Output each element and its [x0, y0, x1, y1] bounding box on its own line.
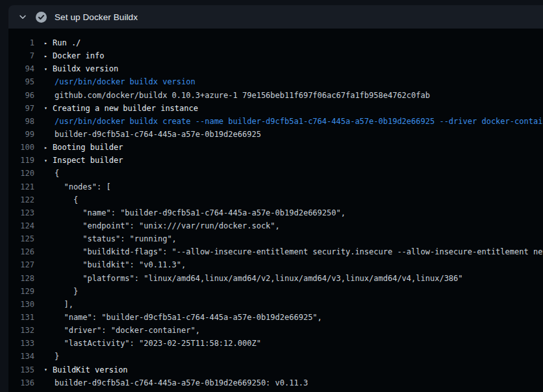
log-line: 99 builder-d9cfb5a1-c764-445a-a57e-0b19d… [8, 128, 543, 141]
log-line: 95 /usr/bin/docker buildx version [8, 75, 543, 88]
log-line: 129 } [8, 285, 543, 298]
log-line[interactable]: 100 ▸ Booting builder [8, 141, 543, 154]
line-number[interactable]: 125 [8, 234, 34, 243]
log-line: 132 "driver": "docker-container", [8, 324, 543, 337]
log-line[interactable]: 135 ▾ BuildKit version [8, 363, 543, 376]
line-text: "buildkit": "v0.11.3", [55, 260, 186, 269]
log-line: 125 "status": "running", [8, 232, 543, 245]
line-text: "name": "builder-d9cfb5a1-c764-445a-a57e… [55, 208, 346, 217]
line-text: /usr/bin/docker buildx create --name bui… [55, 117, 543, 126]
log-line: 127 "buildkit": "v0.11.3", [8, 258, 543, 271]
line-number[interactable]: 132 [8, 326, 34, 335]
line-number[interactable]: 100 [8, 143, 34, 152]
line-text: builder-d9cfb5a1-c764-445a-a57e-0b19d2e6… [55, 378, 308, 387]
line-number[interactable]: 127 [8, 260, 34, 269]
line-number[interactable]: 99 [8, 130, 34, 139]
line-number[interactable]: 130 [8, 300, 34, 309]
log-line: 130 ], [8, 298, 543, 311]
log-line: 121 "nodes": [ [8, 180, 543, 193]
group-toggle-icon: ▸ [44, 145, 53, 151]
chevron-down-icon[interactable] [18, 12, 27, 21]
group-toggle-icon: ▸ [44, 53, 53, 59]
group-toggle-icon: ▸ [44, 40, 53, 46]
line-text: } [55, 352, 59, 361]
line-text: github.com/docker/buildx 0.10.3+azure-1 … [55, 91, 430, 100]
log-line: 136 builder-d9cfb5a1-c764-445a-a57e-0b19… [8, 376, 543, 389]
log-line: 120 { [8, 167, 543, 180]
log-line: 126 "buildkitd-flags": "--allow-insecure… [8, 245, 543, 258]
line-number[interactable]: 7 [8, 51, 34, 60]
check-circle-icon [36, 12, 47, 23]
line-text: { [55, 195, 78, 204]
line-number[interactable]: 97 [8, 104, 34, 113]
line-text: "platforms": "linux/amd64,linux/amd64/v2… [55, 274, 463, 283]
line-text: builder-d9cfb5a1-c764-445a-a57e-0b19d2e6… [55, 130, 261, 139]
line-text: Creating a new builder instance [53, 104, 198, 113]
line-text: "buildkitd-flags": "--allow-insecure-ent… [55, 247, 543, 256]
line-text: Docker info [53, 51, 104, 60]
log-line: 133 "lastActivity": "2023-02-25T11:58:12… [8, 337, 543, 350]
line-number[interactable]: 135 [8, 365, 34, 374]
step-log-panel: Set up Docker Buildx 1 ▸ Run ./ 7 ▸ Dock… [8, 5, 543, 392]
line-number[interactable]: 120 [8, 169, 34, 178]
line-number[interactable]: 133 [8, 339, 34, 348]
line-number[interactable]: 119 [8, 156, 34, 165]
step-header[interactable]: Set up Docker Buildx [8, 5, 543, 29]
line-number[interactable]: 96 [8, 91, 34, 100]
line-number[interactable]: 136 [8, 378, 34, 387]
log-line[interactable]: 1 ▸ Run ./ [8, 36, 543, 49]
log-line: 98 /usr/bin/docker buildx create --name … [8, 115, 543, 128]
line-text: Booting builder [53, 143, 123, 152]
line-number[interactable]: 131 [8, 313, 34, 322]
line-number[interactable]: 124 [8, 221, 34, 230]
line-number[interactable]: 122 [8, 195, 34, 204]
line-number[interactable]: 134 [8, 352, 34, 361]
line-text: Buildx version [53, 64, 118, 73]
log-line[interactable]: 7 ▸ Docker info [8, 49, 543, 62]
step-title: Set up Docker Buildx [55, 12, 138, 22]
line-text: Inspect builder [53, 156, 123, 165]
line-text: "status": "running", [55, 234, 177, 243]
line-text: { [55, 169, 59, 178]
line-text: /usr/bin/docker buildx version [55, 77, 196, 86]
line-text: } [55, 287, 78, 296]
log-line: 96 github.com/docker/buildx 0.10.3+azure… [8, 89, 543, 102]
log-line: 131 "name": "builder-d9cfb5a1-c764-445a-… [8, 311, 543, 324]
line-text: ], [55, 300, 73, 309]
log-body: 1 ▸ Run ./ 7 ▸ Docker info 94 ▾ Buildx v… [8, 29, 543, 392]
log-line[interactable]: 119 ▾ Inspect builder [8, 154, 543, 167]
line-text: "nodes": [ [55, 182, 111, 191]
log-line[interactable]: 97 ▾ Creating a new builder instance [8, 102, 543, 115]
line-number[interactable]: 126 [8, 247, 34, 256]
line-text: Run ./ [53, 38, 81, 47]
line-number[interactable]: 129 [8, 287, 34, 296]
log-line: 123 "name": "builder-d9cfb5a1-c764-445a-… [8, 206, 543, 219]
line-number[interactable]: 123 [8, 208, 34, 217]
line-text: BuildKit version [53, 365, 128, 374]
line-number[interactable]: 98 [8, 117, 34, 126]
line-number[interactable]: 128 [8, 274, 34, 283]
group-toggle-icon: ▾ [44, 66, 53, 72]
log-line: 124 "endpoint": "unix:///var/run/docker.… [8, 219, 543, 232]
line-text: "name": "builder-d9cfb5a1-c764-445a-a57e… [55, 313, 322, 322]
line-number[interactable]: 121 [8, 182, 34, 191]
log-line: 122 { [8, 193, 543, 206]
line-number[interactable]: 1 [8, 38, 34, 47]
line-text: "lastActivity": "2023-02-25T11:58:12.000… [55, 339, 261, 348]
group-toggle-icon: ▾ [44, 105, 53, 111]
log-line[interactable]: 94 ▾ Buildx version [8, 62, 543, 75]
line-number[interactable]: 95 [8, 77, 34, 86]
group-toggle-icon: ▾ [44, 158, 53, 164]
line-number[interactable]: 94 [8, 64, 34, 73]
group-toggle-icon: ▾ [44, 367, 53, 373]
log-line: 134 } [8, 350, 543, 363]
line-text: "driver": "docker-container", [55, 326, 200, 335]
log-line: 128 "platforms": "linux/amd64,linux/amd6… [8, 272, 543, 285]
line-text: "endpoint": "unix:///var/run/docker.sock… [55, 221, 280, 230]
